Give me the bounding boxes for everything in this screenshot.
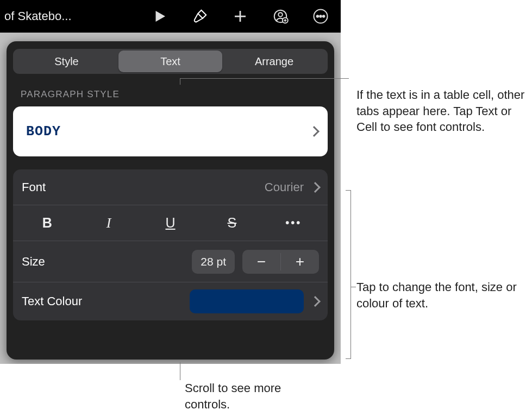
size-row: Size 28 pt − + (13, 241, 328, 282)
callout-bracket (351, 190, 351, 359)
size-increment-button[interactable]: + (281, 250, 319, 274)
font-row[interactable]: Font Courier (13, 169, 328, 205)
svg-point-1 (278, 12, 283, 17)
paragraph-style-value: BODY (26, 124, 61, 140)
format-tabs: Style Text Arrange (13, 49, 328, 74)
svg-point-6 (323, 15, 325, 17)
collaborate-icon[interactable] (271, 7, 290, 26)
plus-icon[interactable] (231, 7, 249, 26)
play-icon[interactable] (151, 7, 169, 26)
size-value[interactable]: 28 pt (192, 250, 235, 274)
more-icon[interactable] (311, 7, 330, 26)
strikethrough-button[interactable]: S (201, 205, 262, 241)
callout-line (180, 78, 349, 79)
format-brush-icon[interactable] (191, 7, 209, 26)
document-title: of Skatebo... (4, 9, 72, 23)
italic-button[interactable]: I (78, 205, 139, 241)
tab-arrange[interactable]: Arrange (222, 51, 326, 72)
callout-line (180, 78, 180, 85)
underline-button[interactable]: U (140, 205, 201, 241)
text-colour-swatch[interactable] (190, 289, 304, 313)
bold-button[interactable]: B (16, 205, 78, 241)
callout-bracket (351, 287, 356, 287)
chevron-right-icon (310, 182, 321, 193)
more-format-button[interactable]: ••• (263, 205, 324, 241)
callout-text-tabs: If the text is in a table cell, other ta… (356, 87, 525, 135)
text-options-card: Font Courier B I U S ••• Size 28 pt − + (13, 169, 328, 320)
font-label: Font (22, 180, 265, 194)
chevron-right-icon (310, 296, 321, 307)
paragraph-style-label: PARAGRAPH STYLE (21, 89, 328, 100)
format-popover: Style Text Arrange PARAGRAPH STYLE BODY … (7, 41, 334, 360)
device-frame: of Skatebo... (0, 0, 341, 364)
toolbar-icons (82, 7, 336, 26)
toolbar: of Skatebo... (0, 0, 341, 33)
callout-scroll-hint: Scroll to see more controls. (185, 380, 321, 412)
callout-text-options: Tap to change the font, size or colour o… (356, 279, 530, 311)
svg-point-4 (317, 15, 319, 17)
size-label: Size (22, 255, 184, 269)
text-colour-row[interactable]: Text Colour (13, 282, 328, 320)
tab-text[interactable]: Text (118, 51, 222, 72)
size-decrement-button[interactable]: − (242, 250, 280, 274)
format-button-row: B I U S ••• (13, 205, 328, 241)
tab-style[interactable]: Style (15, 51, 118, 72)
font-value: Courier (265, 180, 304, 194)
chevron-right-icon (309, 126, 320, 137)
svg-point-5 (320, 15, 322, 17)
text-colour-label: Text Colour (22, 294, 182, 308)
callout-line (180, 362, 180, 380)
paragraph-style-picker[interactable]: BODY (13, 106, 328, 156)
size-stepper: − + (242, 250, 319, 274)
